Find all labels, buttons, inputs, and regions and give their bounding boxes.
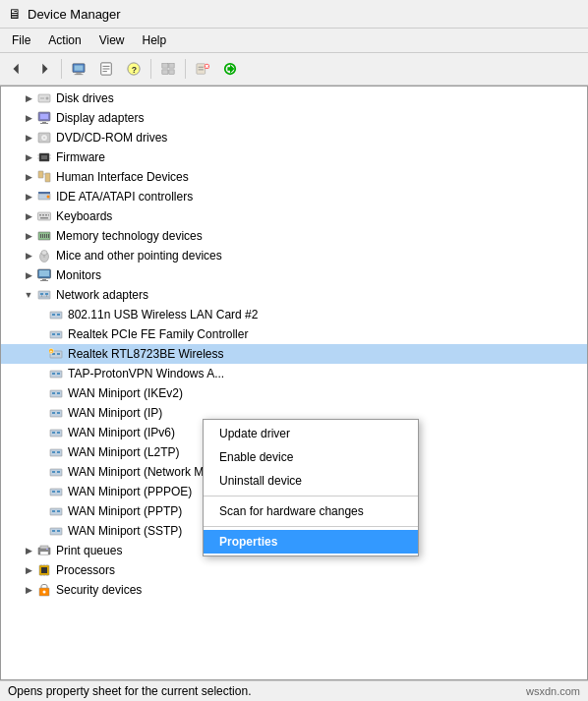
tree-item-80211[interactable]: 802.11n USB Wireless LAN Card #2 <box>1 305 587 324</box>
display-adapters-icon <box>36 110 52 126</box>
svg-rect-90 <box>57 412 60 414</box>
tree-label: Mice and other pointing devices <box>56 249 222 263</box>
tree-item-tap[interactable]: TAP-ProtonVPN Windows A... <box>1 364 587 383</box>
expand-icon <box>40 346 48 362</box>
svg-rect-53 <box>40 234 41 238</box>
expand-icon: ▶ <box>21 228 36 244</box>
svg-rect-112 <box>46 549 48 550</box>
tree-item-realtek-rtl[interactable]: + Realtek RTL8723BE Wireless <box>1 344 587 364</box>
svg-marker-1 <box>42 64 47 75</box>
svg-rect-50 <box>48 214 49 216</box>
tree-item-keyboards[interactable]: ▶ Keyboards <box>1 206 587 226</box>
firmware-icon <box>36 149 52 165</box>
svg-rect-88 <box>50 410 62 417</box>
svg-rect-66 <box>40 293 43 295</box>
svg-rect-64 <box>40 280 48 281</box>
context-menu-item-enable-device[interactable]: Enable device <box>204 445 418 469</box>
tree-item-dvd[interactable]: ▶ DVD/CD-ROM drives <box>1 128 587 147</box>
properties-button[interactable] <box>93 56 119 82</box>
expand-icon: ▶ <box>21 543 36 558</box>
net-adapter-icon <box>48 405 64 421</box>
uninstall-device-label: Uninstall device <box>219 474 302 488</box>
scan-btn[interactable] <box>217 56 243 82</box>
mice-icon <box>36 248 52 263</box>
tree-item-mice[interactable]: ▶ Mice and other pointing devices <box>1 246 587 265</box>
svg-rect-5 <box>75 74 84 75</box>
toolbar: ? <box>0 53 588 86</box>
forward-button[interactable] <box>31 56 57 82</box>
tree-item-firmware[interactable]: ▶ Firmware <box>1 147 587 167</box>
context-menu-item-update-driver[interactable]: Update driver <box>204 422 418 445</box>
help-button[interactable]: ? <box>121 56 147 82</box>
keyboard-icon <box>36 208 52 224</box>
context-menu-item-uninstall-device[interactable]: Uninstall device <box>204 469 418 493</box>
expand-icon: ▼ <box>21 287 36 303</box>
expand-icon <box>40 464 48 480</box>
menu-action[interactable]: Action <box>40 30 88 50</box>
tree-item-disk-drives[interactable]: ▶ Disk drives <box>1 88 587 108</box>
svg-rect-63 <box>42 279 46 280</box>
tree-item-monitors[interactable]: ▶ Monitors <box>1 265 587 285</box>
expand-icon: ▶ <box>21 267 36 283</box>
svg-rect-67 <box>45 293 48 295</box>
svg-rect-85 <box>50 390 62 397</box>
svg-rect-14 <box>162 70 168 74</box>
svg-rect-3 <box>75 66 84 71</box>
menu-file[interactable]: File <box>4 30 38 50</box>
svg-rect-79 <box>57 353 60 355</box>
svg-rect-101 <box>52 491 55 493</box>
svg-rect-114 <box>41 567 47 573</box>
tree-item-ide[interactable]: ▶ IDE ATA/ATAPI controllers <box>1 187 587 206</box>
svg-rect-108 <box>57 530 60 532</box>
back-button[interactable] <box>4 56 29 82</box>
net-adapter-icon <box>48 326 64 342</box>
context-menu-item-properties[interactable]: Properties <box>204 530 418 554</box>
svg-rect-75 <box>52 333 55 335</box>
update-driver-label: Update driver <box>219 427 290 440</box>
context-menu: Update driver Enable device Uninstall de… <box>203 419 419 556</box>
tree-label: TAP-ProtonVPN Windows A... <box>68 367 224 380</box>
expand-icon <box>40 405 48 421</box>
net-adapter-icon <box>48 503 64 519</box>
svg-rect-47 <box>39 214 41 216</box>
svg-rect-15 <box>169 70 174 74</box>
tree-label: WAN Miniport (L2TP) <box>68 445 180 459</box>
expand-icon: ▶ <box>21 248 36 263</box>
main-content: ▶ Disk drives ▶ Display adapters ▶ DVD/C… <box>0 86 588 680</box>
tree-view[interactable]: ▶ Disk drives ▶ Display adapters ▶ DVD/C… <box>1 87 587 679</box>
tree-item-wan-ikev2[interactable]: WAN Miniport (IKEv2) <box>1 383 587 403</box>
svg-rect-93 <box>57 432 60 434</box>
computer-button[interactable] <box>66 56 91 82</box>
expand-icon <box>40 503 48 519</box>
tree-item-security[interactable]: ▶ Security devices <box>1 580 587 600</box>
expand-icon: ▶ <box>21 169 36 185</box>
security-icon <box>36 582 52 598</box>
tree-label: Processors <box>56 563 115 577</box>
tree-item-processors[interactable]: ▶ Processors <box>1 560 587 580</box>
tree-item-display-adapters[interactable]: ▶ Display adapters <box>1 108 587 128</box>
svg-rect-54 <box>42 234 43 238</box>
menu-bar: File Action View Help <box>0 29 588 53</box>
context-menu-item-scan[interactable]: Scan for hardware changes <box>204 499 418 523</box>
net-adapter-icon <box>48 444 64 460</box>
svg-rect-46 <box>38 212 51 220</box>
view-button[interactable] <box>155 56 181 82</box>
tree-label: 802.11n USB Wireless LAN Card #2 <box>68 308 258 321</box>
tree-label: Display adapters <box>56 111 144 125</box>
menu-view[interactable]: View <box>91 30 133 50</box>
net-adapter-icon <box>48 307 64 322</box>
tree-label: Print queues <box>56 544 122 557</box>
ide-icon <box>36 189 52 204</box>
svg-rect-105 <box>57 510 60 512</box>
tree-item-network[interactable]: ▼ Network adapters <box>1 285 587 305</box>
tree-item-hid[interactable]: ▶ Human Interface Devices <box>1 167 587 187</box>
svg-rect-95 <box>52 451 55 453</box>
expand-icon: ▶ <box>21 562 36 578</box>
uninstall-icon-btn[interactable] <box>190 56 215 82</box>
menu-help[interactable]: Help <box>135 30 175 50</box>
tree-item-realtek-fe[interactable]: Realtek PCIe FE Family Controller <box>1 324 587 344</box>
svg-rect-96 <box>57 451 60 453</box>
tree-item-memory[interactable]: ▶ Memory technology devices <box>1 226 587 246</box>
context-menu-separator-2 <box>204 526 418 527</box>
svg-rect-102 <box>57 491 60 493</box>
